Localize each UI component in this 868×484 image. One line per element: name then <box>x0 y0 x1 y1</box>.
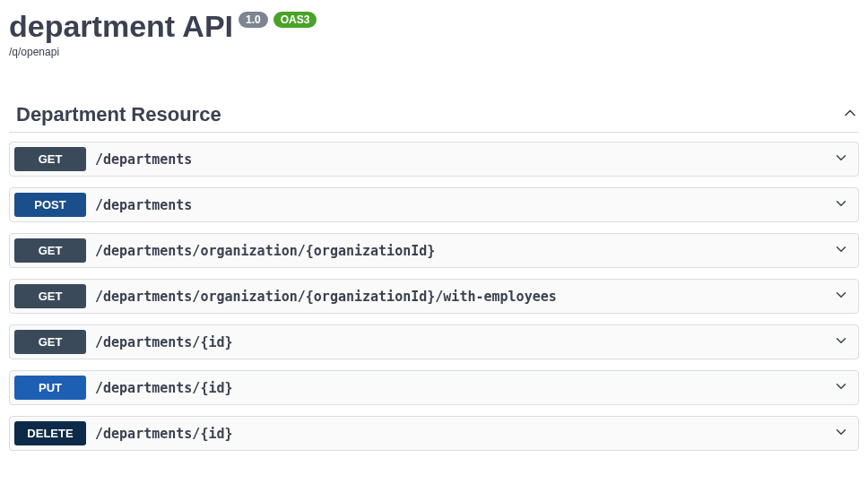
chevron-down-icon <box>833 333 849 352</box>
http-method-badge: GET <box>14 284 86 308</box>
http-method-badge: GET <box>14 147 86 171</box>
operations-list: GET/departmentsPOST/departmentsGET/depar… <box>9 142 859 451</box>
operation-row[interactable]: GET/departments/{id} <box>9 324 859 359</box>
http-method-badge: PUT <box>14 376 86 400</box>
endpoint-path: /departments <box>95 197 826 213</box>
api-header: department API 1.0 OAS3 /q/openapi <box>0 0 868 58</box>
api-title: department API <box>9 9 233 44</box>
endpoint-path: /departments/organization/{organizationI… <box>95 243 826 259</box>
http-method-badge: DELETE <box>14 421 86 445</box>
operation-row[interactable]: GET/departments/organization/{organizati… <box>9 233 859 268</box>
chevron-down-icon <box>833 287 849 307</box>
resource-section: Department Resource GET/departmentsPOST/… <box>0 103 868 451</box>
operation-row[interactable]: GET/departments/organization/{organizati… <box>9 279 859 314</box>
chevron-down-icon <box>833 150 849 169</box>
chevron-up-icon <box>841 104 859 125</box>
http-method-badge: POST <box>14 193 86 217</box>
section-title: Department Resource <box>9 103 221 126</box>
spec-url-link[interactable]: /q/openapi <box>9 46 859 58</box>
endpoint-path: /departments/{id} <box>95 380 826 396</box>
chevron-down-icon <box>833 378 849 398</box>
version-badge: 1.0 <box>239 12 268 28</box>
chevron-down-icon <box>833 195 849 215</box>
http-method-badge: GET <box>14 238 86 263</box>
endpoint-path: /departments <box>95 151 826 168</box>
chevron-down-icon <box>833 424 849 444</box>
endpoint-path: /departments/{id} <box>95 334 826 350</box>
operation-row[interactable]: DELETE/departments/{id} <box>9 416 859 451</box>
operation-row[interactable]: POST/departments <box>9 187 859 222</box>
endpoint-path: /departments/{id} <box>95 426 826 442</box>
http-method-badge: GET <box>14 330 86 354</box>
endpoint-path: /departments/organization/{organizationI… <box>95 289 826 305</box>
chevron-down-icon <box>833 241 849 261</box>
title-row: department API 1.0 OAS3 <box>9 9 859 44</box>
section-toggle[interactable]: Department Resource <box>9 103 859 133</box>
operation-row[interactable]: GET/departments <box>9 142 859 177</box>
operation-row[interactable]: PUT/departments/{id} <box>9 370 859 405</box>
oas-badge: OAS3 <box>273 12 317 28</box>
